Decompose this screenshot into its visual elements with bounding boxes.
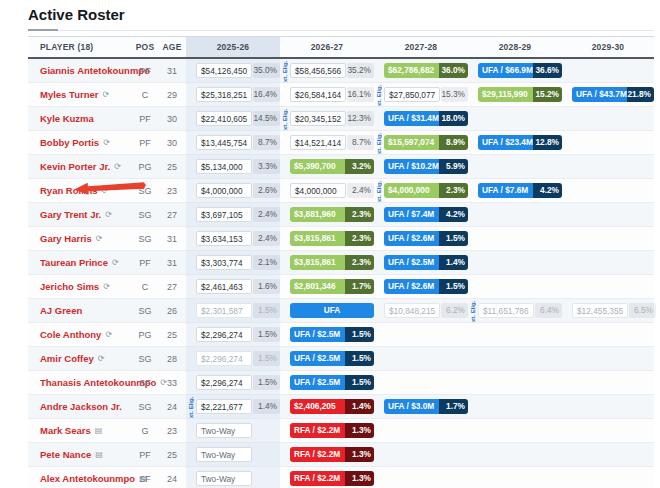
salary-value: UFA / $3.0M <box>384 399 439 414</box>
salary-value: UFA / $66.9M <box>478 63 533 78</box>
column-header-y2[interactable]: 2026-27 <box>280 37 374 57</box>
season-cell <box>562 467 654 488</box>
position-cell: PF <box>132 443 158 467</box>
player-link[interactable]: Gary Trent Jr. <box>40 209 101 220</box>
table-row: Jericho Sims⟳C27$2,461,4631.6%$2,801,346… <box>28 275 654 299</box>
season-cell: xt. Elig.$4,000,0002.3% <box>374 179 468 203</box>
salary-value: $25,318,251 <box>196 87 252 102</box>
season-cell <box>468 275 562 299</box>
extension-eligible-marker: xt. Elig. <box>375 131 383 155</box>
column-header-y1[interactable]: 2025-26 <box>186 37 280 57</box>
cap-pct: 1.5% <box>253 351 280 366</box>
season-cell <box>562 131 654 155</box>
salary-value: $62,786,682 <box>384 63 439 78</box>
contract-pill-red: RFA / $2.2M1.3% <box>290 423 374 438</box>
player-link[interactable]: Pete Nance <box>40 449 91 460</box>
cap-pct: 8.7% <box>253 135 280 150</box>
season-cell <box>468 419 562 443</box>
season-cell: $2,296,2741.5% <box>186 323 280 347</box>
salary-value: $2,301,587 <box>196 303 252 318</box>
extension-eligible-marker: xt. Elig. <box>375 179 383 203</box>
salary-value: $58,456,566 <box>290 63 346 78</box>
player-cell: Cole Anthony⟳ <box>28 323 132 347</box>
column-header-pos[interactable]: POS <box>132 37 158 57</box>
player-cell: Kyle Kuzma <box>28 107 132 131</box>
age-cell: 31 <box>158 227 186 251</box>
salary-value: $29,115,990 <box>478 87 533 102</box>
cap-pct: 8.9% <box>439 135 468 150</box>
position-cell: SF <box>132 467 158 488</box>
player-link[interactable]: Cole Anthony <box>40 329 101 340</box>
age-cell: 30 <box>158 131 186 155</box>
extension-eligible-marker: xt. Elig. <box>187 395 195 419</box>
player-cell: Jericho Sims⟳ <box>28 275 132 299</box>
column-header-y5[interactable]: 2029-30 <box>562 37 654 57</box>
player-cell: Bobby Portis⟳ <box>28 131 132 155</box>
player-link[interactable]: Mark Sears <box>40 425 91 436</box>
season-cell <box>562 371 654 395</box>
page-title: Active Roster <box>28 6 125 23</box>
contract-pill-blue: UFA / $10.2M5.9% <box>384 159 468 174</box>
season-cell: xt. Elig.$15,597,0748.9% <box>374 131 468 155</box>
position-cell: PF <box>132 131 158 155</box>
salary-value: $3,815,861 <box>290 231 345 246</box>
table-row: Amir Coffey⟳SG28$2,296,2741.5%UFA / $2.5… <box>28 347 654 371</box>
salary-value: $4,000,000 <box>384 183 439 198</box>
season-cell <box>374 443 468 467</box>
player-link[interactable]: Taurean Prince <box>40 257 108 268</box>
salary-value: UFA / $2.5M <box>384 255 439 270</box>
contract-pill-green: $29,115,99015.2% <box>478 87 562 102</box>
salary-value: $2,461,463 <box>196 279 252 294</box>
table-row: Andre Jackson Jr.SG24xt. Elig.$2,221,677… <box>28 395 654 419</box>
player-link[interactable]: Kevin Porter Jr. <box>40 161 110 172</box>
player-link[interactable]: Kyle Kuzma <box>40 113 94 124</box>
column-header-player[interactable]: PLAYER (18) <box>28 37 132 57</box>
salary-value: $3,697,105 <box>196 207 252 222</box>
salary-value: $5,134,000 <box>196 159 252 174</box>
player-link[interactable]: Myles Turner <box>40 89 98 100</box>
salary-value: $5,390,700 <box>290 159 345 174</box>
player-link[interactable]: Amir Coffey <box>40 353 94 364</box>
salary-entry: $2,296,2741.5% <box>196 375 280 390</box>
cap-pct: 1.5% <box>253 327 280 342</box>
season-cell <box>562 275 654 299</box>
column-header-y4[interactable]: 2028-29 <box>468 37 562 57</box>
table-row: Myles Turner⟳C29$25,318,25116.4%$26,584,… <box>28 83 654 107</box>
player-link[interactable]: Alex Antetokounmpo <box>40 473 135 484</box>
player-cell: Alex Antetokounmpo▤ <box>28 467 132 488</box>
player-link[interactable]: Andre Jackson Jr. <box>40 401 122 412</box>
age-cell: 33 <box>158 371 186 395</box>
player-link[interactable]: Gary Harris <box>40 233 92 244</box>
age-cell: 29 <box>158 83 186 107</box>
cap-pct: 2.4% <box>347 183 374 198</box>
column-header-age[interactable]: AGE <box>158 37 186 57</box>
table-row: Mark Sears▤G23Two-WayRFA / $2.2M1.3% <box>28 419 654 443</box>
contract-pill-red: $2,406,2051.4% <box>290 399 374 414</box>
season-cell: UFA / $2.6M1.5% <box>374 227 468 251</box>
player-cell: Giannis Antetokounmpo <box>28 59 132 83</box>
cap-pct: 1.3% <box>345 471 374 486</box>
position-cell: SG <box>132 227 158 251</box>
season-cell: UFA / $10.2M5.9% <box>374 155 468 179</box>
table-row: Cole Anthony⟳PG25$2,296,2741.5%UFA / $2.… <box>28 323 654 347</box>
season-cell <box>562 203 654 227</box>
column-header-y3[interactable]: 2027-28 <box>374 37 468 57</box>
season-cell <box>562 227 654 251</box>
player-link[interactable]: AJ Green <box>40 305 82 316</box>
contract-pill-red: RFA / $2.2M1.3% <box>290 471 374 486</box>
season-cell <box>468 347 562 371</box>
season-cell <box>562 443 654 467</box>
contract-pill-blue: UFA / $2.5M1.5% <box>290 375 374 390</box>
age-cell: 27 <box>158 203 186 227</box>
season-cell: xt. Elig.$2,221,6771.4% <box>186 395 280 419</box>
cap-pct: 4.2% <box>439 207 468 222</box>
salary-entry: $58,456,56635.2% <box>290 63 374 78</box>
season-cell: $5,390,7003.2% <box>280 155 374 179</box>
player-link[interactable]: Jericho Sims <box>40 281 99 292</box>
season-cell: Two-Way <box>186 467 280 488</box>
player-link[interactable]: Bobby Portis <box>40 137 99 148</box>
season-cell: $26,584,16416.1% <box>280 83 374 107</box>
trade-restriction-icon: ⟳ <box>96 235 103 243</box>
two-way-value: Two-Way <box>196 447 252 462</box>
fa-status: UFA <box>290 303 374 318</box>
